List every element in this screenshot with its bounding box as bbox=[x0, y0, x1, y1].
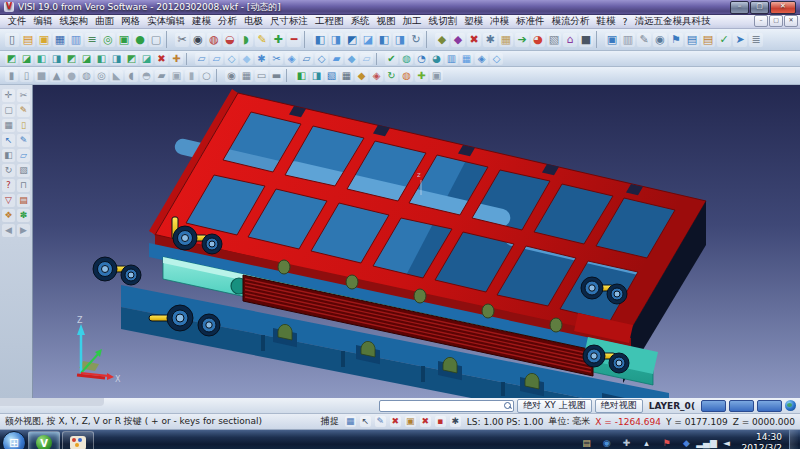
tray-alert-flag-icon[interactable]: ⚑ bbox=[660, 436, 674, 449]
loft-solid[interactable]: ◨ bbox=[50, 53, 63, 65]
copy-entity[interactable]: ▣ bbox=[117, 33, 131, 47]
viewport-new[interactable]: ▢ bbox=[149, 33, 163, 47]
print-preview[interactable]: ◎ bbox=[101, 33, 115, 47]
knit-sheet[interactable]: ◈ bbox=[285, 53, 298, 65]
unbend-feature[interactable]: ◇ bbox=[490, 53, 503, 65]
maximize-button[interactable]: ▢ bbox=[750, 1, 769, 14]
menu-item-0[interactable]: 文件 bbox=[4, 15, 30, 28]
leaf-icon[interactable]: ✽ bbox=[17, 209, 30, 222]
plane-angled[interactable]: ▱ bbox=[210, 53, 223, 65]
solid-drum[interactable]: ▮ bbox=[185, 70, 198, 82]
child-restore-button[interactable]: ▢ bbox=[769, 15, 783, 27]
solid-ellipsoid[interactable]: ◍ bbox=[80, 70, 93, 82]
copy-doc[interactable]: ▤ bbox=[685, 33, 699, 47]
sheet-corner[interactable]: ◇ bbox=[225, 53, 238, 65]
pencil-edit-icon[interactable]: ✎ bbox=[17, 104, 30, 117]
mask-green[interactable]: ◗ bbox=[239, 33, 253, 47]
bend-feature[interactable]: ◈ bbox=[475, 53, 488, 65]
tray-folder-icon[interactable]: ▤ bbox=[580, 436, 594, 449]
tool-red[interactable]: ◈ bbox=[370, 70, 383, 82]
frame-select-icon[interactable]: ▢ bbox=[2, 104, 15, 117]
tool-gold[interactable]: ◆ bbox=[355, 70, 368, 82]
snap-window-icon[interactable]: ▦ bbox=[345, 416, 356, 427]
shade-hidden[interactable]: ◨ bbox=[329, 33, 343, 47]
solid-dome[interactable]: ◓ bbox=[140, 70, 153, 82]
offset-sheet[interactable]: ▱ bbox=[300, 53, 313, 65]
feature-hole[interactable]: ◉ bbox=[225, 70, 238, 82]
erase-red[interactable]: ✖ bbox=[467, 33, 481, 47]
shade-smooth[interactable]: ◪ bbox=[361, 33, 375, 47]
cad-model-canvas[interactable]: z Z X bbox=[33, 85, 800, 398]
plane-icon[interactable]: ▱ bbox=[17, 149, 30, 162]
draft-check[interactable]: ◔ bbox=[415, 53, 428, 65]
tray-shield-icon[interactable]: ◆ bbox=[680, 436, 694, 449]
taskbar-clock[interactable]: 14:30 2012/3/2 bbox=[739, 432, 785, 449]
menu-item-1[interactable]: 编辑 bbox=[30, 15, 56, 28]
trash-icon[interactable]: ▽ bbox=[2, 194, 15, 207]
tray-network-icon[interactable]: ▂▄▆ bbox=[700, 436, 714, 449]
feature-pad[interactable]: ▬ bbox=[270, 70, 283, 82]
solid-cylinder[interactable]: ▮ bbox=[5, 70, 18, 82]
doc-blue[interactable]: ▣ bbox=[605, 33, 619, 47]
rotate-view[interactable]: ↻ bbox=[409, 33, 423, 47]
layer-stack[interactable]: ≣ bbox=[749, 33, 763, 47]
tool-lime[interactable]: ✚ bbox=[415, 70, 428, 82]
target[interactable]: ◉ bbox=[653, 33, 667, 47]
shade-edges[interactable]: ◧ bbox=[377, 33, 391, 47]
patch-sheet[interactable]: ▱ bbox=[360, 53, 373, 65]
sheet-fill[interactable]: ◆ bbox=[240, 53, 253, 65]
layer-block-1[interactable] bbox=[701, 400, 726, 412]
tool-gray[interactable]: ▣ bbox=[430, 70, 443, 82]
run-check[interactable]: ✓ bbox=[717, 33, 731, 47]
tool-recycle[interactable]: ↻ bbox=[385, 70, 398, 82]
menu-item-2[interactable]: 线架构 bbox=[56, 15, 92, 28]
report-icon[interactable]: ▤ bbox=[17, 194, 30, 207]
menu-item-15[interactable]: 塑模 bbox=[461, 15, 487, 28]
solid-wedge[interactable]: ◣ bbox=[110, 70, 123, 82]
nav-back-icon[interactable]: ◀ bbox=[2, 224, 15, 237]
gem-olive[interactable]: ◆ bbox=[435, 33, 449, 47]
snap-any-icon[interactable]: ✱ bbox=[450, 416, 461, 427]
pencil-blue-icon[interactable]: ✎ bbox=[17, 134, 30, 147]
menu-item-5[interactable]: 实体编辑 bbox=[144, 15, 189, 28]
menu-item-11[interactable]: 系统 bbox=[347, 15, 373, 28]
cube-edit-icon[interactable]: ◧ bbox=[2, 149, 15, 162]
edit-pencil[interactable]: ✎ bbox=[637, 33, 651, 47]
extend-sheet[interactable]: ◇ bbox=[315, 53, 328, 65]
skate-arrow[interactable]: ➤ bbox=[733, 33, 747, 47]
solid-prism[interactable]: ▰ bbox=[155, 70, 168, 82]
menu-item-12[interactable]: 视图 bbox=[373, 15, 399, 28]
feature-pocket[interactable]: ▦ bbox=[240, 70, 253, 82]
menu-item-6[interactable]: 建模 bbox=[189, 15, 215, 28]
tool-teal[interactable]: ◨ bbox=[310, 70, 323, 82]
wheel-red[interactable]: ◍ bbox=[207, 33, 221, 47]
menu-item-20[interactable]: ? bbox=[619, 16, 631, 27]
taskbar-app-paint[interactable] bbox=[62, 431, 94, 449]
boolean-intersect[interactable]: ◨ bbox=[110, 53, 123, 65]
arrow-select-icon[interactable]: ↖ bbox=[2, 134, 15, 147]
shade-flat[interactable]: ◩ bbox=[345, 33, 359, 47]
boss-feature[interactable]: ▦ bbox=[460, 53, 473, 65]
menu-item-8[interactable]: 电极 bbox=[241, 15, 267, 28]
rib-feature[interactable]: ▥ bbox=[445, 53, 458, 65]
bug-icon[interactable]: ❖ bbox=[2, 209, 15, 222]
curvature-map[interactable]: ◍ bbox=[400, 53, 413, 65]
absolute-view-button[interactable]: 绝对视图 bbox=[595, 399, 643, 413]
pencil-yellow[interactable]: ✎ bbox=[255, 33, 269, 47]
print[interactable]: ≡ bbox=[85, 33, 99, 47]
snap-clear-icon[interactable]: ✖ bbox=[390, 416, 401, 427]
extrude-solid[interactable]: ◩ bbox=[5, 53, 18, 65]
thickness-check[interactable]: ◕ bbox=[430, 53, 443, 65]
chamfer-edge[interactable]: ◪ bbox=[140, 53, 153, 65]
gem-purple[interactable]: ◆ bbox=[451, 33, 465, 47]
flag-blue[interactable]: ⚑ bbox=[669, 33, 683, 47]
menu-item-14[interactable]: 线切割 bbox=[425, 15, 461, 28]
tool-screen[interactable]: ▦ bbox=[340, 70, 353, 82]
solid-pipe[interactable]: ◖ bbox=[125, 70, 138, 82]
shell-solid[interactable]: ◩ bbox=[65, 53, 78, 65]
screen-capture[interactable]: ✂ bbox=[175, 33, 189, 47]
image-view[interactable]: ▦ bbox=[499, 33, 513, 47]
save[interactable]: ▦ bbox=[53, 33, 67, 47]
solid-torus[interactable]: ◎ bbox=[95, 70, 108, 82]
menu-item-17[interactable]: 标准件 bbox=[513, 15, 549, 28]
